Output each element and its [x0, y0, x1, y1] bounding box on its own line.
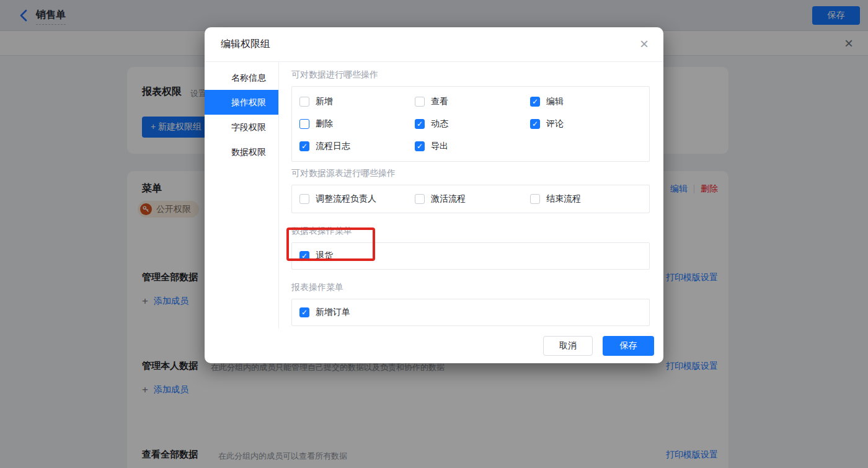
- modal-title: 编辑权限组: [221, 38, 270, 51]
- checkbox-delete[interactable]: ✓ 删除: [299, 113, 415, 135]
- save-button[interactable]: 保存: [603, 336, 654, 356]
- checkbox-new-order[interactable]: ✓ 新增订单: [299, 307, 350, 318]
- modal-tab-column: 名称信息 操作权限 字段权限 数据权限: [205, 62, 279, 329]
- datasource-operations-box: ✓ 调整流程负责人 ✓ 激活流程 ✓ 结束流程: [291, 185, 650, 213]
- tab-data-permission[interactable]: 数据权限: [205, 139, 278, 164]
- delete-checkbox[interactable]: ✓: [299, 119, 309, 129]
- section-label-report-action-menu: 报表操作菜单: [291, 282, 650, 293]
- end-process-checkbox[interactable]: ✓: [530, 194, 540, 204]
- new-order-checkbox[interactable]: ✓: [299, 307, 309, 317]
- export-checkbox[interactable]: ✓: [415, 141, 425, 151]
- section-label-table-action-menu: 数据表操作菜单: [291, 226, 650, 237]
- section-label-data-operations: 可对数据进行哪些操作: [291, 69, 650, 81]
- checkbox-add[interactable]: ✓ 新增: [299, 91, 415, 113]
- data-operations-box: ✓ 新增 ✓ 查看 ✓ 编辑 ✓ 删除 ✓ 动态: [291, 86, 650, 162]
- checkbox-adjust-process-owner[interactable]: ✓ 调整流程负责人: [299, 188, 415, 210]
- checkbox-activate-process[interactable]: ✓ 激活流程: [415, 188, 530, 210]
- edit-permission-group-modal: 编辑权限组 × 名称信息 操作权限 字段权限 数据权限 可对数据进行哪些操作 ✓…: [205, 27, 663, 363]
- tab-name-info[interactable]: 名称信息: [205, 65, 278, 90]
- modal-header: 编辑权限组 ×: [205, 27, 663, 62]
- return-goods-checkbox[interactable]: ✓: [299, 251, 309, 261]
- modal-footer: 取消 保存: [205, 329, 663, 363]
- add-checkbox[interactable]: ✓: [299, 97, 309, 107]
- tab-operation-permission[interactable]: 操作权限: [205, 90, 278, 115]
- checkbox-activity[interactable]: ✓ 动态: [415, 113, 530, 135]
- view-checkbox[interactable]: ✓: [415, 97, 425, 107]
- modal-content: 可对数据进行哪些操作 ✓ 新增 ✓ 查看 ✓ 编辑 ✓ 删除: [279, 62, 663, 329]
- checkbox-return-goods[interactable]: ✓ 退货: [299, 250, 333, 262]
- activate-process-checkbox[interactable]: ✓: [415, 194, 425, 204]
- adjust-process-owner-checkbox[interactable]: ✓: [299, 194, 309, 204]
- checkbox-process-log[interactable]: ✓ 流程日志: [299, 135, 415, 157]
- edit-checkbox[interactable]: ✓: [530, 97, 540, 107]
- checkbox-edit[interactable]: ✓ 编辑: [530, 91, 645, 113]
- checkbox-export[interactable]: ✓ 导出: [415, 135, 530, 157]
- checkbox-comment[interactable]: ✓ 评论: [530, 113, 645, 135]
- checkbox-end-process[interactable]: ✓ 结束流程: [530, 188, 645, 210]
- report-action-menu-box: ✓ 新增订单: [291, 299, 650, 326]
- activity-checkbox[interactable]: ✓: [415, 119, 425, 129]
- comment-checkbox[interactable]: ✓: [530, 119, 540, 129]
- checkbox-view[interactable]: ✓ 查看: [415, 91, 530, 113]
- cancel-button[interactable]: 取消: [543, 336, 593, 356]
- table-action-menu-box: ✓ 退货: [291, 242, 650, 270]
- process-log-checkbox[interactable]: ✓: [299, 141, 309, 151]
- modal-close-icon[interactable]: ×: [640, 35, 649, 53]
- tab-field-permission[interactable]: 字段权限: [205, 115, 278, 139]
- section-label-datasource-operations: 可对数据源表进行哪些操作: [291, 168, 650, 179]
